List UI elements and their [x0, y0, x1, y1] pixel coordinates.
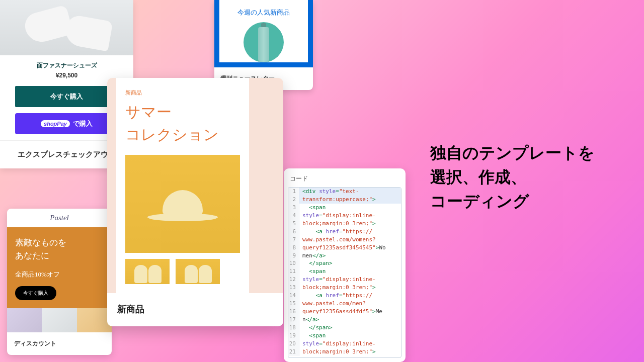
- line-content: </span>: [299, 324, 333, 332]
- line-number: 7: [288, 236, 299, 244]
- line-content: <span: [299, 204, 326, 212]
- line-number: 11: [288, 267, 299, 276]
- summer-heading: サマー コレクション: [125, 101, 240, 146]
- line-number: 9: [288, 252, 299, 260]
- summer-footer-label: 新商品: [107, 293, 283, 326]
- code-line[interactable]: 16queryf12356assd4fdf5">Me: [288, 308, 401, 316]
- line-content: </span>: [299, 259, 333, 267]
- product-title: 面ファスナーシューズ: [5, 61, 128, 70]
- code-line[interactable]: 7www.pastel.com/womens?: [288, 236, 401, 244]
- line-content: style="display:inline-: [299, 276, 376, 284]
- code-line[interactable]: 12style="display:inline-: [288, 276, 401, 284]
- line-content: <a href="https://: [299, 292, 372, 300]
- line-number: 15: [288, 300, 299, 308]
- thumbnail-row: [125, 259, 240, 284]
- line-content: style="display:inline-: [299, 340, 376, 348]
- code-line[interactable]: 1<div style="text-: [288, 188, 401, 196]
- line-content: <div style="text-: [299, 188, 359, 196]
- line-content: men</a>: [299, 252, 326, 260]
- summer-tag: 新商品: [125, 89, 240, 97]
- headline-line2: 選択、作成、: [430, 165, 595, 189]
- line-number: 17: [288, 316, 299, 324]
- line-number: 20: [288, 340, 299, 348]
- product-image: [0, 0, 133, 55]
- line-number: 16: [288, 308, 299, 316]
- summer-collection-card: 新商品 サマー コレクション: [107, 78, 283, 326]
- code-line[interactable]: 11 <span: [288, 267, 401, 276]
- code-line[interactable]: 5block;margin:0 3rem;">: [288, 220, 401, 228]
- code-line[interactable]: 14 <a href="https://: [288, 292, 401, 300]
- line-content: transform:uppercase;">: [299, 196, 376, 204]
- pastel-brand-logo: Pastel: [7, 209, 112, 227]
- line-number: 6: [288, 228, 299, 236]
- line-number: 2: [288, 196, 299, 204]
- line-content: <span: [299, 267, 326, 276]
- line-content: <span: [299, 332, 326, 340]
- code-line[interactable]: 18 </span>: [288, 324, 401, 332]
- newsletter-heading: 今週の人気新商品: [219, 0, 308, 22]
- code-line[interactable]: 17n</a>: [288, 316, 401, 324]
- code-line[interactable]: 20style="display:inline-: [288, 340, 401, 348]
- line-number: 13: [288, 284, 299, 292]
- hero-image-hat: [125, 155, 240, 253]
- code-line[interactable]: 19 <span: [288, 332, 401, 340]
- code-line[interactable]: 10 </span>: [288, 259, 401, 267]
- line-number: 1: [288, 188, 299, 196]
- line-content: queryf12356assd4fdf5">Me: [299, 308, 382, 316]
- pastel-tagline: 素敵なものを あなたに: [15, 236, 104, 262]
- headline-line1: 独自のテンプレートを: [430, 141, 595, 165]
- code-line[interactable]: 15www.pastel.com/men?: [288, 300, 401, 308]
- line-content: block;margin:0 3rem;">: [299, 284, 376, 292]
- headline-line3: コーディング: [430, 189, 595, 213]
- buy-now-button[interactable]: 今すぐ購入: [15, 86, 118, 107]
- shoppay-logo-icon: shopPay: [41, 120, 70, 127]
- line-content: n</a>: [299, 316, 319, 324]
- line-number: 4: [288, 212, 299, 220]
- pastel-thumb-2: [42, 308, 76, 332]
- pastel-promo-card: Pastel 素敵なものを あなたに 全商品10%オフ 今すぐ購入 ディスカウン…: [7, 209, 112, 355]
- code-line[interactable]: 4style="display:inline-: [288, 212, 401, 220]
- line-number: 21: [288, 348, 299, 356]
- line-content: <a href="https://: [299, 228, 372, 236]
- pastel-thumb-3: [77, 308, 112, 332]
- thumbnail-1[interactable]: [125, 259, 170, 284]
- line-content: block;margin:0 3rem;">: [299, 348, 376, 356]
- pastel-image-row: [7, 308, 112, 332]
- code-line[interactable]: 6 <a href="https://: [288, 228, 401, 236]
- pastel-thumb-1: [7, 308, 42, 332]
- code-line[interactable]: 8queryf1235asdf3454545">Wo: [288, 244, 401, 252]
- code-line[interactable]: 2transform:uppercase;">: [288, 196, 401, 204]
- line-number: 18: [288, 324, 299, 332]
- line-number: 10: [288, 259, 299, 267]
- line-content: style="display:inline-: [299, 212, 376, 220]
- pastel-buy-button[interactable]: 今すぐ購入: [15, 286, 56, 300]
- shoppay-suffix: で購入: [73, 119, 93, 128]
- line-number: 19: [288, 332, 299, 340]
- line-content: www.pastel.com/womens?: [299, 236, 376, 244]
- line-number: 3: [288, 204, 299, 212]
- code-editor[interactable]: 1<div style="text-2transform:uppercase;"…: [288, 187, 401, 358]
- code-line[interactable]: 21block;margin:0 3rem;">: [288, 348, 401, 356]
- thumbnail-2[interactable]: [176, 259, 220, 284]
- pastel-offer: 全商品10%オフ: [15, 270, 104, 279]
- newsletter-image: [219, 22, 308, 62]
- code-line[interactable]: 3 <span: [288, 204, 401, 212]
- line-number: 14: [288, 292, 299, 300]
- pastel-footer-label: ディスカウント: [7, 332, 112, 355]
- shoppay-button[interactable]: shopPay で購入: [15, 113, 118, 134]
- line-content: block;margin:0 3rem;">: [299, 220, 376, 228]
- code-panel-title: コード: [284, 168, 406, 187]
- pastel-hero: 素敵なものを あなたに 全商品10%オフ 今すぐ購入: [7, 227, 112, 308]
- line-content: queryf1235asdf3454545">Wo: [299, 244, 386, 252]
- code-editor-panel: コード 1<div style="text-2transform:upperca…: [284, 168, 406, 362]
- line-number: 12: [288, 276, 299, 284]
- headline-text: 独自のテンプレートを 選択、作成、 コーディング: [430, 141, 595, 213]
- line-number: 5: [288, 220, 299, 228]
- code-line[interactable]: 9men</a>: [288, 252, 401, 260]
- code-line[interactable]: 13block;margin:0 3rem;">: [288, 284, 401, 292]
- newsletter-card: 今週の人気新商品 週刊ニュースレター: [214, 0, 313, 90]
- line-number: 8: [288, 244, 299, 252]
- line-content: www.pastel.com/men?: [299, 300, 366, 308]
